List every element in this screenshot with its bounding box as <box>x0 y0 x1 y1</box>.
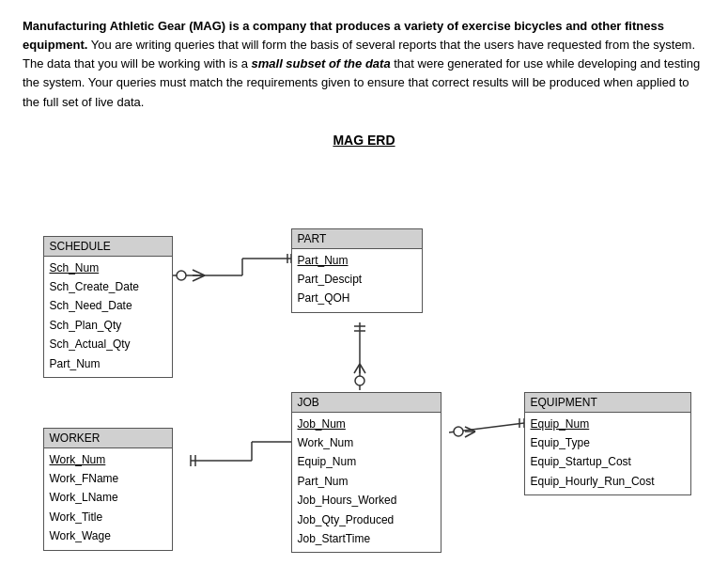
field-job-work-num: Work_Num <box>298 433 435 452</box>
field-work-num: Work_Num <box>50 450 166 469</box>
erd-container: SCHEDULE Sch_Num Sch_Create_Date Sch_Nee… <box>26 165 703 522</box>
field-work-wage: Work_Wage <box>50 526 166 545</box>
svg-line-5 <box>193 275 205 281</box>
diagram-title: MAG ERD <box>23 133 705 148</box>
field-work-title: Work_Title <box>50 508 166 526</box>
entity-worker: WORKER Work_Num Work_FName Work_LName Wo… <box>43 428 173 551</box>
svg-line-4 <box>193 270 205 275</box>
entity-equipment-header: EQUIPMENT <box>525 393 690 413</box>
field-work-fname: Work_FName <box>50 469 166 488</box>
svg-line-25 <box>449 423 524 432</box>
field-sch-actual-qty: Sch_Actual_Qty <box>50 335 166 353</box>
svg-line-14 <box>360 364 365 373</box>
entity-part: PART Part_Num Part_Descipt Part_QOH <box>291 228 423 313</box>
field-job-start-time: Job_StartTime <box>298 529 435 548</box>
entity-schedule-header: SCHEDULE <box>44 237 172 257</box>
field-equip-startup-cost: Equip_Startup_Cost <box>531 452 685 471</box>
field-equip-type: Equip_Type <box>531 433 685 452</box>
field-sch-need-date: Sch_Need_Date <box>50 296 166 315</box>
svg-line-28 <box>465 432 475 437</box>
svg-line-13 <box>354 364 360 373</box>
field-equip-num: Equip_Num <box>531 415 685 433</box>
field-job-qty-produced: Job_Qty_Produced <box>298 510 435 529</box>
field-equip-hourly-run-cost: Equip_Hourly_Run_Cost <box>531 472 685 491</box>
field-job-hours-worked: Job_Hours_Worked <box>298 491 435 510</box>
svg-point-26 <box>454 427 463 436</box>
field-job-part-num: Part_Num <box>298 472 435 491</box>
field-job-num: Job_Num <box>298 415 435 433</box>
intro-paragraph: Manufacturing Athletic Gear (MAG) is a c… <box>23 17 705 112</box>
entity-schedule: SCHEDULE Sch_Num Sch_Create_Date Sch_Nee… <box>43 236 173 378</box>
field-sch-plan-qty: Sch_Plan_Qty <box>50 316 166 335</box>
field-part-qoh: Part_QOH <box>298 289 416 307</box>
field-part-num: Part_Num <box>298 251 416 270</box>
field-sch-num: Sch_Num <box>50 259 166 277</box>
entity-job-header: JOB <box>292 393 441 413</box>
field-part-descipt: Part_Descipt <box>298 270 416 289</box>
svg-point-12 <box>355 376 364 385</box>
svg-line-27 <box>465 427 475 432</box>
entity-worker-header: WORKER <box>44 429 172 448</box>
entity-job: JOB Job_Num Work_Num Equip_Num Part_Num … <box>291 392 441 554</box>
entity-part-header: PART <box>292 229 422 249</box>
field-schedule-part-num: Part_Num <box>50 354 166 373</box>
field-job-equip-num: Equip_Num <box>298 452 435 471</box>
field-work-lname: Work_LName <box>50 488 166 507</box>
svg-point-3 <box>177 271 186 280</box>
entity-equipment: EQUIPMENT Equip_Num Equip_Type Equip_Sta… <box>524 392 691 496</box>
field-sch-create-date: Sch_Create_Date <box>50 277 166 296</box>
